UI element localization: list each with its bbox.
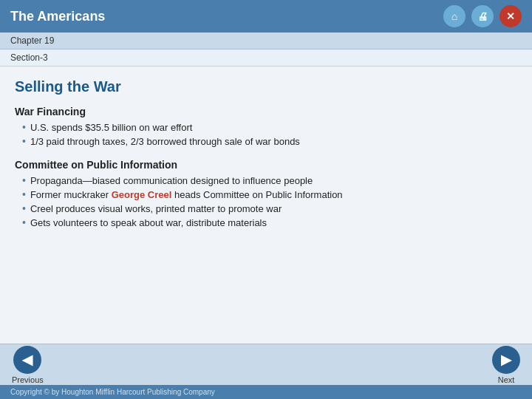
previous-button[interactable]: ◀ — [13, 346, 41, 374]
content-area: Chapter 19 Section-3 Selling the War War… — [0, 33, 532, 385]
previous-label: Previous — [12, 375, 44, 384]
list-item: Creel produces visual works, printed mat… — [22, 203, 517, 214]
list-item: U.S. spends $35.5 billion on war effort — [22, 122, 517, 133]
list-item: Former muckraker George Creel heads Comm… — [22, 189, 517, 200]
main-window: The Americans ⌂ 🖨 ✕ Chapter 19 Section-3… — [0, 0, 532, 399]
page-title: Selling the War — [15, 78, 517, 95]
close-icon[interactable]: ✕ — [499, 5, 522, 27]
section-label: Section-3 — [10, 52, 48, 63]
main-content: Selling the War War Financing U.S. spend… — [0, 66, 532, 344]
next-label: Next — [498, 375, 515, 384]
next-nav: ▶ Next — [492, 346, 520, 384]
section-bar: Section-3 — [0, 50, 532, 66]
title-bar-icons: ⌂ 🖨 ✕ — [443, 5, 522, 27]
copyright-bar: Copyright © by Houghton Mifflin Harcourt… — [0, 385, 532, 399]
george-creel-highlight: George Creel — [112, 189, 172, 200]
print-icon[interactable]: 🖨 — [471, 5, 494, 27]
list-item: Propaganda—biased communication designed… — [22, 175, 517, 186]
list-item: 1/3 paid through taxes, 2/3 borrowed thr… — [22, 136, 517, 147]
chapter-bar: Chapter 19 — [0, 33, 532, 50]
app-title: The Americans — [10, 9, 105, 24]
list-item: Gets volunteers to speak about war, dist… — [22, 217, 517, 228]
copyright-text: Copyright © by Houghton Mifflin Harcourt… — [10, 388, 215, 396]
bottom-bar: ◀ Previous ▶ Next — [0, 344, 532, 385]
title-bar: The Americans ⌂ 🖨 ✕ — [0, 0, 532, 33]
section-heading-committee: Committee on Public Information — [15, 159, 517, 171]
chapter-label: Chapter 19 — [10, 35, 54, 46]
home-icon[interactable]: ⌂ — [443, 5, 466, 27]
section-heading-war-financing: War Financing — [15, 106, 517, 117]
previous-nav: ◀ Previous — [12, 346, 44, 384]
committee-list: Propaganda—biased communication designed… — [15, 175, 517, 228]
next-button[interactable]: ▶ — [492, 346, 520, 374]
war-financing-list: U.S. spends $35.5 billion on war effort … — [15, 122, 517, 147]
